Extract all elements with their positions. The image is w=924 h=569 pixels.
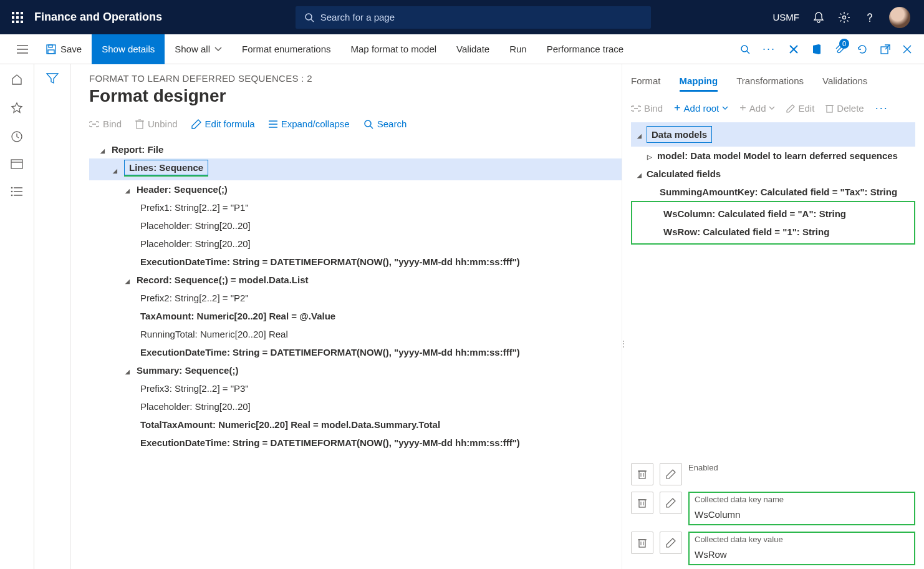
office-button[interactable] bbox=[812, 44, 822, 55]
company-code[interactable]: USMF bbox=[773, 12, 800, 22]
link-icon bbox=[631, 105, 641, 112]
edit-keyvalue-button[interactable] bbox=[660, 532, 682, 554]
svg-rect-34 bbox=[639, 471, 645, 479]
tree-label: WsRow: Calculated field = "1": String bbox=[663, 226, 829, 237]
rp-delete-button[interactable]: Delete bbox=[825, 103, 864, 114]
close-icon bbox=[903, 45, 912, 54]
tree-node-prefix3[interactable]: Prefix3: String[2..2] = "P3" bbox=[89, 379, 622, 397]
save-icon bbox=[46, 44, 56, 54]
hamburger-button[interactable] bbox=[9, 45, 36, 54]
filter-button[interactable] bbox=[46, 73, 59, 569]
edit-formula-button[interactable]: Edit formula bbox=[191, 119, 255, 129]
tree-node-taxamount[interactable]: TaxAmount: Numeric[20..20] Real = @.Valu… bbox=[89, 307, 622, 325]
tab-transformations[interactable]: Transformations bbox=[736, 75, 804, 92]
close-button[interactable] bbox=[903, 45, 912, 54]
tree-node-summary[interactable]: Summary: Sequence(;) bbox=[89, 361, 622, 379]
more-button[interactable]: ··· bbox=[763, 42, 776, 56]
home-nav[interactable] bbox=[11, 73, 23, 85]
cmd-search-button[interactable] bbox=[740, 44, 750, 54]
key-value-value[interactable]: WsRow bbox=[695, 547, 909, 562]
run-button[interactable]: Run bbox=[499, 34, 537, 64]
key-name-value[interactable]: WsColumn bbox=[695, 507, 909, 522]
tree-node-prefix2[interactable]: Prefix2: String[2..2] = "P2" bbox=[89, 289, 622, 307]
settings-icon[interactable] bbox=[838, 11, 850, 24]
tree-node-execdate1[interactable]: ExecutionDateTime: String = DATETIMEFORM… bbox=[89, 253, 622, 271]
tree-node-placeholder3[interactable]: Placeholder: String[20..20] bbox=[89, 397, 622, 416]
tree-label: Prefix3: String[2..2] = "P3" bbox=[140, 383, 249, 394]
mapping-node-calcfields[interactable]: Calculated fields bbox=[631, 165, 915, 183]
performance-trace-button[interactable]: Performance trace bbox=[537, 34, 633, 64]
format-enumerations-button[interactable]: Format enumerations bbox=[232, 34, 341, 64]
tree-node-report[interactable]: Report: File bbox=[89, 140, 622, 158]
attachments-button[interactable]: 0 bbox=[834, 44, 844, 55]
popout-button[interactable] bbox=[880, 44, 890, 54]
tree-node-execdate3[interactable]: ExecutionDateTime: String = DATETIMEFORM… bbox=[89, 434, 622, 452]
rp-bind-button[interactable]: Bind bbox=[631, 103, 663, 114]
tab-validations[interactable]: Validations bbox=[822, 75, 867, 92]
tree-node-header[interactable]: Header: Sequence(;) bbox=[89, 180, 622, 198]
tree-search-button[interactable]: Search bbox=[363, 119, 407, 129]
tree-search-label: Search bbox=[377, 119, 407, 129]
resize-handle[interactable]: ⋮ bbox=[619, 339, 629, 349]
rp-more-button[interactable]: ··· bbox=[875, 102, 888, 115]
edit-keyname-button[interactable] bbox=[660, 492, 682, 514]
list-icon bbox=[11, 187, 23, 197]
tree-node-execdate2[interactable]: ExecutionDateTime: String = DATETIMEFORM… bbox=[89, 343, 622, 361]
tree-label: Report: File bbox=[112, 144, 163, 155]
tree-label: Prefix1: String[2..2] = "P1" bbox=[140, 202, 249, 213]
tree-node-record[interactable]: Record: Sequence(;) = model.Data.List bbox=[89, 271, 622, 289]
tree-node-runningtotal[interactable]: RunningTotal: Numeric[20..20] Real bbox=[89, 325, 622, 343]
delete-enabled-button[interactable] bbox=[631, 463, 653, 485]
favorites-nav[interactable] bbox=[11, 102, 23, 114]
mapping-node-model[interactable]: model: Data model Model to learn deferre… bbox=[631, 147, 915, 165]
workspaces-nav[interactable] bbox=[11, 159, 23, 170]
map-format-to-model-button[interactable]: Map format to model bbox=[341, 34, 447, 64]
mapping-node-wsrow[interactable]: WsRow: Calculated field = "1": String bbox=[635, 223, 912, 241]
filter-icon bbox=[46, 73, 59, 84]
tree-label: Data models bbox=[652, 129, 707, 140]
mapping-node-wscolumn[interactable]: WsColumn: Calculated field = "A": String bbox=[635, 205, 912, 223]
tree-label: WsColumn: Calculated field = "A": String bbox=[663, 208, 846, 219]
rp-add-root-button[interactable]: + Add root bbox=[674, 102, 728, 115]
search-icon bbox=[363, 119, 373, 129]
help-icon[interactable] bbox=[864, 12, 875, 23]
tree-node-placeholder2[interactable]: Placeholder: String[20..20] bbox=[89, 235, 622, 253]
show-details-button[interactable]: Show details bbox=[92, 34, 165, 64]
tree-node-prefix1[interactable]: Prefix1: String[2..2] = "P1" bbox=[89, 198, 622, 216]
delete-keyname-button[interactable] bbox=[631, 492, 653, 514]
tree-label: Prefix2: String[2..2] = "P2" bbox=[140, 293, 249, 303]
avatar[interactable] bbox=[889, 7, 910, 28]
edit-formula-label: Edit formula bbox=[205, 119, 255, 129]
left-pane-toolbar: Bind Unbind Edit formula Expand/collapse… bbox=[89, 119, 622, 129]
svg-point-10 bbox=[741, 46, 748, 52]
mapping-node-summingkey[interactable]: SummingAmountKey: Calculated field = "Ta… bbox=[631, 183, 915, 201]
search-input[interactable]: Search for a page bbox=[296, 6, 651, 29]
refresh-button[interactable] bbox=[857, 44, 868, 55]
svg-point-23 bbox=[11, 195, 13, 197]
rp-edit-button[interactable]: Edit bbox=[786, 103, 814, 114]
show-all-button[interactable]: Show all bbox=[165, 34, 232, 64]
modules-nav[interactable] bbox=[11, 187, 23, 197]
tab-mapping[interactable]: Mapping bbox=[680, 75, 718, 92]
save-button[interactable]: Save bbox=[36, 34, 92, 64]
expand-collapse-label: Expand/collapse bbox=[281, 119, 350, 129]
trash-icon bbox=[825, 104, 834, 113]
tree-node-placeholder1[interactable]: Placeholder: String[20..20] bbox=[89, 216, 622, 235]
bind-button[interactable]: Bind bbox=[89, 119, 122, 129]
app-launcher-button[interactable] bbox=[0, 12, 34, 23]
recent-nav[interactable] bbox=[11, 130, 23, 143]
connector-button[interactable] bbox=[788, 44, 799, 55]
mapping-node-datamodels[interactable]: Data models bbox=[631, 122, 915, 147]
tree-node-totaltax[interactable]: TotalTaxAmount: Numeric[20..20] Real = m… bbox=[89, 416, 622, 434]
edit-enabled-button[interactable] bbox=[660, 463, 682, 485]
show-details-label: Show details bbox=[102, 44, 155, 54]
unbind-label: Unbind bbox=[148, 119, 178, 129]
validate-button[interactable]: Validate bbox=[446, 34, 499, 64]
notifications-icon[interactable] bbox=[813, 11, 824, 24]
unbind-button[interactable]: Unbind bbox=[135, 119, 178, 129]
tab-format[interactable]: Format bbox=[631, 75, 661, 92]
delete-keyvalue-button[interactable] bbox=[631, 532, 653, 554]
expand-collapse-button[interactable]: Expand/collapse bbox=[269, 119, 350, 129]
rp-add-button[interactable]: + Add bbox=[739, 102, 775, 115]
tree-node-lines[interactable]: Lines: Sequence bbox=[89, 158, 622, 180]
